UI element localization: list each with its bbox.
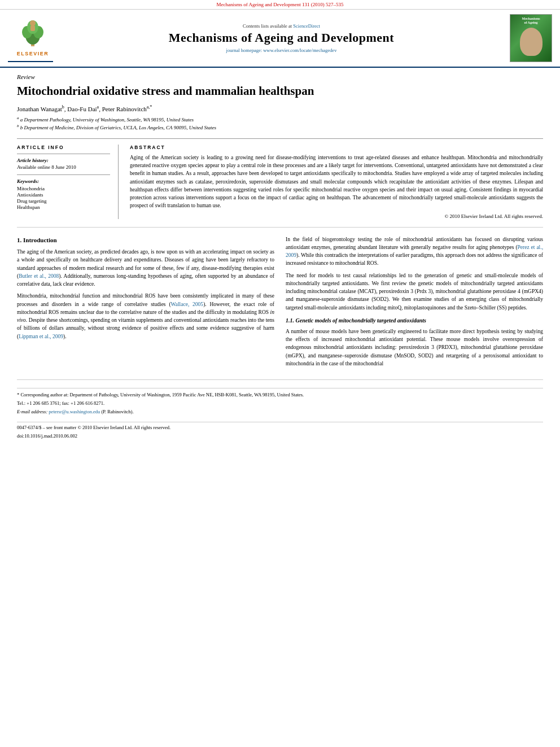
subsection-1-1-para: A number of mouse models have been genet… [286,327,543,368]
affiliation-b: b b Department of Medicine, Division of … [17,124,543,130]
issn-text: 0047-6374/$ – see front matter © 2010 El… [17,425,543,431]
email-label: E-mail address: [17,409,47,414]
journal-citation-bar: Mechanisms of Ageing and Development 131… [0,0,560,10]
journal-citation-text: Mechanisms of Ageing and Development 131… [216,2,343,7]
article-type: Review [17,73,543,80]
intro-heading: 1. Introduction [17,235,274,245]
article-history-value: Available online 8 June 2010 [17,164,110,170]
col-right: In the field of biogerontology testing t… [286,235,543,372]
footer-divider [17,379,543,380]
homepage-text: journal homepage: www.elsevier.com/locat… [226,47,337,53]
elsevier-text: ELSEVIER [17,51,49,56]
footer-doi: 0047-6374/$ – see front matter © 2010 El… [17,422,543,440]
svg-rect-6 [30,25,35,31]
body-two-col: 1. Introduction The aging of the America… [17,235,543,372]
tel-note: Tel.: +1 206 685 3761; fax: +1 206 616 8… [17,400,543,407]
article-info-heading: ARTICLE INFO [17,145,110,150]
keywords-label: Keywords: [17,178,110,184]
article-info-row: ARTICLE INFO Article history: Available … [17,138,543,219]
abstract-text: Aging of the American society is leading… [130,154,543,210]
article-body: Review Mitochondrial oxidative stress an… [0,68,560,447]
ref-butler-2008[interactable]: Butler et al., 2008 [19,273,59,279]
article-authors: Jonathan Wanagatb, Dao-Fu Daia, Peter Ra… [17,104,543,112]
doi-text: doi:10.1016/j.mad.2010.06.002 [17,433,543,440]
svg-point-5 [30,20,36,26]
affiliation-a: a a Department Pathology, University of … [17,116,543,123]
email-link[interactable]: petersr@u.washington.edu [49,409,100,414]
col-left: 1. Introduction The aging of the America… [17,235,274,372]
ref-perez-2009[interactable]: Perez et al., 2009 [286,244,543,258]
keyword-2: Antioxidants [17,192,110,198]
keyword-4: Healthspan [17,204,110,210]
article-info-left: ARTICLE INFO Article history: Available … [17,145,119,219]
cover-title-text: Mechanismsof Ageing [522,17,540,25]
abstract-heading: ABSTRACT [130,145,543,150]
journal-cover-image: Mechanismsof Ageing [510,14,552,62]
abstract-section: ABSTRACT Aging of the American society i… [130,145,543,219]
journal-cover: Mechanismsof Ageing [510,14,552,62]
email-person: (P. Rabinovitch). [101,409,133,414]
cover-face-graphic [520,28,542,56]
section-divider [17,227,543,228]
keyword-1: Mitochondria [17,186,110,191]
email-note: E-mail address: petersr@u.washington.edu… [17,409,543,416]
sciencedirect-link[interactable]: ScienceDirect [293,23,320,29]
ref-lippman-2009[interactable]: Lippman et al., 2009 [19,334,63,339]
subsection-1-1-heading: 1.1. Genetic models of mitochondrially t… [286,316,543,325]
col-right-para1: In the field of biogerontology testing t… [286,235,543,268]
col-right-para2: The need for models to test causal relat… [286,272,543,312]
keyword-3: Drug targeting [17,198,110,204]
copyright-line: © 2010 Elsevier Ireland Ltd. All rights … [130,213,543,219]
elsevier-logo: ELSEVIER [8,14,53,62]
journal-header-center: Contents lists available at ScienceDirec… [61,23,502,53]
ref-wallace-2005[interactable]: Wallace, 2005 [171,302,204,307]
intro-para1: The aging of the American society, as pr… [17,248,274,288]
intro-para2: Mitochondria, mitochondrial function and… [17,292,274,340]
journal-title: Mechanisms of Ageing and Development [61,30,502,45]
corresponding-note: * Corresponding author at: Department of… [17,392,543,399]
footer-left: * Corresponding author at: Department of… [17,392,543,417]
journal-homepage: journal homepage: www.elsevier.com/locat… [61,47,502,53]
footer-row: * Corresponding author at: Department of… [17,388,543,417]
contents-line: Contents lists available at ScienceDirec… [61,23,502,29]
journal-header: ELSEVIER Contents lists available at Sci… [0,10,560,68]
article-title: Mitochondrial oxidative stress and mamma… [17,84,543,99]
article-history-label: Article history: [17,158,110,163]
